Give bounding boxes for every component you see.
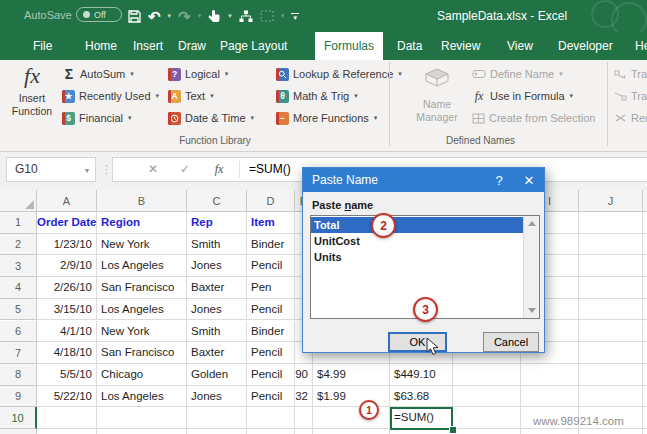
cell-F9[interactable]: $1.99 xyxy=(313,386,390,408)
cell-K5[interactable] xyxy=(643,299,647,321)
cell-D8[interactable]: Pencil xyxy=(247,364,295,386)
cancel-button[interactable]: Cancel xyxy=(483,332,539,352)
cell-A1[interactable]: Order Date xyxy=(37,212,97,234)
autosum-button[interactable]: Σ AutoSum▾ xyxy=(62,66,134,82)
cell-A5[interactable]: 3/15/10 xyxy=(37,299,97,321)
cell-B9[interactable]: Los Angeles xyxy=(97,386,187,408)
cell-D6[interactable]: Binder xyxy=(247,321,295,343)
trace-dependents-button[interactable]: Trace Dependents xyxy=(614,88,647,104)
cell-B8[interactable]: Chicago xyxy=(97,364,187,386)
cell-D1[interactable]: Item xyxy=(247,212,295,234)
cell-I9[interactable] xyxy=(521,386,579,408)
tab-view[interactable]: View xyxy=(507,32,533,60)
cell-C2[interactable]: Smith xyxy=(187,234,247,256)
cell-A6[interactable]: 4/1/10 xyxy=(37,321,97,343)
touch-mode-dropdown-icon[interactable]: ▾ xyxy=(228,12,232,20)
selection-tool-icon[interactable] xyxy=(260,10,274,22)
cell-C9[interactable]: Jones xyxy=(187,386,247,408)
hierarchy-icon[interactable] xyxy=(239,10,253,23)
dialog-title-bar[interactable]: Paste Name ? ✕ xyxy=(303,168,544,192)
cell-J7[interactable] xyxy=(579,342,643,364)
cell-E11[interactable] xyxy=(295,429,313,434)
cell-K4[interactable] xyxy=(643,277,647,299)
cell-B11[interactable] xyxy=(97,429,187,434)
cell-A8[interactable]: 5/5/10 xyxy=(37,364,97,386)
remove-arrows-button[interactable]: Remove Arrows xyxy=(614,110,647,126)
undo-icon[interactable]: ↶ xyxy=(148,9,161,24)
insert-function-button[interactable]: fx Insert Function xyxy=(6,63,58,118)
redo-dropdown-icon[interactable]: ▾ xyxy=(198,12,202,20)
math-trig-button[interactable]: θ Math & Trig▾ xyxy=(276,88,358,104)
cell-F8[interactable]: $4.99 xyxy=(313,364,390,386)
cell-G8[interactable]: $449.10 xyxy=(390,364,453,386)
cell-D3[interactable]: Pencil xyxy=(247,255,295,277)
autosave-toggle[interactable]: Off xyxy=(76,7,122,22)
cell-B3[interactable]: Los Angeles xyxy=(97,255,187,277)
row-header-9[interactable]: 9 xyxy=(0,386,37,408)
cell-A4[interactable]: 2/26/10 xyxy=(37,277,97,299)
cell-J4[interactable] xyxy=(579,277,643,299)
cell-B1[interactable]: Region xyxy=(97,212,187,234)
column-header-B[interactable]: B xyxy=(97,190,187,212)
more-functions-button[interactable]: − More Functions▾ xyxy=(276,110,377,126)
lookup-reference-button[interactable]: Lookup & Reference▾ xyxy=(276,66,402,82)
cell-D11[interactable] xyxy=(247,429,295,434)
cell-C3[interactable]: Jones xyxy=(187,255,247,277)
name-manager-button[interactable]: Name Manager xyxy=(408,64,466,124)
cell-C4[interactable]: Baxter xyxy=(187,277,247,299)
tab-help[interactable]: Help xyxy=(635,32,647,60)
redo-icon[interactable]: ↷ xyxy=(178,9,191,24)
cell-D2[interactable]: Binder xyxy=(247,234,295,256)
logical-button[interactable]: ? Logical▾ xyxy=(168,66,228,82)
financial-button[interactable]: $ Financial▾ xyxy=(62,110,132,126)
column-header-K[interactable] xyxy=(643,190,647,212)
cell-I8[interactable] xyxy=(521,364,579,386)
cell-J3[interactable] xyxy=(579,255,643,277)
cell-H11[interactable] xyxy=(453,429,521,434)
tab-developer[interactable]: Developer xyxy=(558,32,613,60)
save-icon[interactable] xyxy=(128,10,141,23)
name-list-item-total[interactable]: Total xyxy=(311,217,523,233)
use-in-formula-button[interactable]: fx Use in Formula▾ xyxy=(472,88,573,104)
tab-formulas-active[interactable]: Formulas xyxy=(315,32,383,60)
cell-J6[interactable] xyxy=(579,321,643,343)
row-header-6[interactable]: 6 xyxy=(0,321,37,343)
customize-qat-icon[interactable]: ▾ xyxy=(291,13,299,20)
cell-B5[interactable]: Los Angeles xyxy=(97,299,187,321)
cell-A3[interactable]: 2/9/10 xyxy=(37,255,97,277)
row-header-11[interactable]: 11 xyxy=(0,429,37,434)
column-header-J[interactable]: J xyxy=(579,190,643,212)
cancel-entry-icon[interactable]: ✕ xyxy=(143,158,163,181)
cell-C7[interactable]: Baxter xyxy=(187,342,247,364)
trace-precedents-button[interactable]: Trace Precedents xyxy=(614,66,647,82)
cell-G10[interactable]: =SUM() xyxy=(390,407,453,429)
cell-E8[interactable]: 90 xyxy=(295,364,313,386)
cell-J9[interactable] xyxy=(579,386,643,408)
name-box-dropdown-icon[interactable]: ▾ xyxy=(85,158,89,183)
cell-H9[interactable] xyxy=(453,386,521,408)
row-header-3[interactable]: 3 xyxy=(0,255,37,277)
tab-insert[interactable]: Insert xyxy=(133,32,163,60)
recently-used-button[interactable]: ★ Recently Used▾ xyxy=(62,88,159,104)
cell-K9[interactable] xyxy=(643,386,647,408)
cell-K3[interactable] xyxy=(643,255,647,277)
cell-C5[interactable]: Jones xyxy=(187,299,247,321)
cell-A10[interactable] xyxy=(37,407,97,429)
cell-F11[interactable] xyxy=(313,429,390,434)
dialog-close-button[interactable]: ✕ xyxy=(514,173,544,188)
cell-A9[interactable]: 5/22/10 xyxy=(37,386,97,408)
cell-B6[interactable]: New York xyxy=(97,321,187,343)
row-header-5[interactable]: 5 xyxy=(0,299,37,321)
cell-E10[interactable] xyxy=(295,407,313,429)
cell-D10[interactable] xyxy=(247,407,295,429)
confirm-entry-icon[interactable]: ✓ xyxy=(175,158,195,181)
cell-A7[interactable]: 4/18/10 xyxy=(37,342,97,364)
cell-K6[interactable] xyxy=(643,321,647,343)
create-from-selection-button[interactable]: Create from Selection xyxy=(472,110,595,126)
row-header-8[interactable]: 8 xyxy=(0,364,37,386)
cell-E9[interactable]: 32 xyxy=(295,386,313,408)
cell-J2[interactable] xyxy=(579,234,643,256)
tab-draw[interactable]: Draw xyxy=(178,32,206,60)
selection-dropdown-icon[interactable]: ▾ xyxy=(281,12,285,20)
touch-mode-icon[interactable] xyxy=(208,9,221,23)
